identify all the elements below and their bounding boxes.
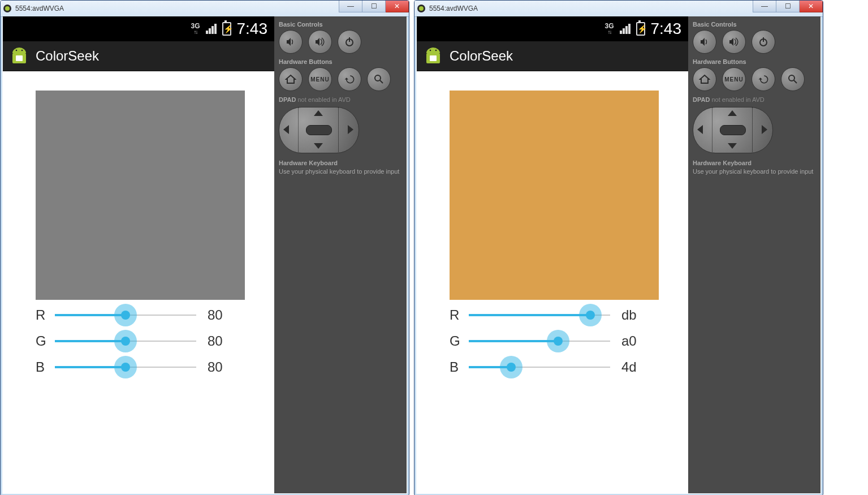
device-screen[interactable]: 3G ↑↓ ⚡ 7:43 <box>3 16 274 493</box>
search-button[interactable] <box>367 67 391 91</box>
volume-up-button[interactable] <box>308 30 332 54</box>
menu-button[interactable]: MENU <box>308 67 332 91</box>
power-button[interactable] <box>338 30 361 54</box>
network-icon: 3G ↑↓ <box>191 23 200 35</box>
hw-keyboard-label: Hardware Keyboard <box>693 160 752 166</box>
window-titlebar[interactable]: 5554:avdWVGA — ☐ ✕ <box>1 1 409 17</box>
dpad-right-button[interactable] <box>348 125 353 134</box>
emulator-app-icon <box>417 4 426 13</box>
svg-point-4 <box>21 50 23 51</box>
dpad-down-button[interactable] <box>728 143 737 149</box>
svg-line-9 <box>380 80 383 83</box>
slider-row-b: B 4d <box>450 354 671 380</box>
svg-rect-17 <box>763 37 764 42</box>
power-button[interactable] <box>752 30 775 54</box>
channel-value-g: a0 <box>621 333 650 349</box>
slider-row-r: R 80 <box>36 302 257 328</box>
slider-row-b: B 80 <box>36 354 257 380</box>
dpad-center-button[interactable] <box>306 125 332 135</box>
dpad-right-button[interactable] <box>762 125 767 134</box>
svg-point-8 <box>375 75 381 81</box>
channel-label-b: B <box>36 359 55 375</box>
slider-row-g: G a0 <box>450 328 671 354</box>
dpad-note: not enabled in AVD <box>297 96 350 103</box>
hardware-buttons-label: Hardware Buttons <box>279 58 402 65</box>
app-title: ColorSeek <box>450 48 513 64</box>
seekbar-b[interactable] <box>55 360 196 374</box>
seekbar-g[interactable] <box>469 334 610 348</box>
channel-value-r: db <box>621 307 650 323</box>
maximize-button[interactable]: ☐ <box>776 1 800 12</box>
color-preview <box>36 91 245 300</box>
signal-icon <box>206 24 217 34</box>
android-icon <box>425 46 442 66</box>
android-icon <box>11 46 28 66</box>
back-button[interactable] <box>338 67 361 91</box>
svg-point-18 <box>789 75 794 81</box>
dpad-down-button[interactable] <box>314 143 323 149</box>
hw-keyboard-section: Hardware Keyboard Use your physical keyb… <box>693 159 816 175</box>
emulator-app-icon <box>3 4 12 13</box>
channel-label-r: R <box>450 307 469 323</box>
hw-keyboard-note: Use your physical keyboard to provide in… <box>279 168 399 175</box>
seekbar-r[interactable] <box>55 308 196 322</box>
sliders-group: R db G a0 <box>450 302 671 380</box>
seekbar-g[interactable] <box>55 334 196 348</box>
battery-icon: ⚡ <box>636 22 645 36</box>
hw-keyboard-note: Use your physical keyboard to provide in… <box>693 168 813 175</box>
channel-value-g: 80 <box>208 333 236 349</box>
slider-row-g: G 80 <box>36 328 257 354</box>
sliders-group: R 80 G 80 <box>36 302 257 380</box>
hw-keyboard-label: Hardware Keyboard <box>279 160 338 166</box>
action-bar: ColorSeek <box>3 41 274 71</box>
dpad <box>693 107 772 152</box>
android-status-bar: 3G ↑↓ ⚡ 7:43 <box>3 16 274 41</box>
seekbar-r[interactable] <box>469 308 610 322</box>
signal-icon <box>620 24 631 34</box>
emulator-window: 5554:avdWVGA — ☐ ✕ 3G ↑↓ ⚡ 7:43 <box>414 0 823 495</box>
status-clock: 7:43 <box>651 20 682 38</box>
channel-value-b: 4d <box>621 359 650 375</box>
svg-point-11 <box>419 6 424 11</box>
minimize-button[interactable]: — <box>339 1 362 12</box>
dpad-note: not enabled in AVD <box>711 96 764 103</box>
slider-row-r: R db <box>450 302 671 328</box>
dpad-label-row: DPAD not enabled in AVD <box>279 96 402 104</box>
window-title: 5554:avdWVGA <box>429 5 478 12</box>
minimize-button[interactable]: — <box>753 1 776 12</box>
dpad-up-button[interactable] <box>314 110 323 116</box>
close-button[interactable]: ✕ <box>800 1 823 12</box>
channel-label-b: B <box>450 359 469 375</box>
hw-keyboard-section: Hardware Keyboard Use your physical keyb… <box>279 159 402 175</box>
maximize-button[interactable]: ☐ <box>362 1 386 12</box>
svg-rect-15 <box>430 55 437 61</box>
svg-point-14 <box>435 50 437 51</box>
svg-point-1 <box>5 6 10 11</box>
channel-label-g: G <box>450 333 469 349</box>
device-screen[interactable]: 3G ↑↓ ⚡ 7:43 <box>417 16 688 493</box>
svg-rect-7 <box>349 37 350 42</box>
window-titlebar[interactable]: 5554:avdWVGA — ☐ ✕ <box>414 1 823 17</box>
menu-button[interactable]: MENU <box>722 67 746 91</box>
dpad-center-button[interactable] <box>720 125 746 135</box>
close-button[interactable]: ✕ <box>386 1 409 12</box>
home-button[interactable] <box>693 67 716 91</box>
search-button[interactable] <box>781 67 805 91</box>
volume-down-button[interactable] <box>693 30 716 54</box>
back-button[interactable] <box>752 67 775 91</box>
channel-value-b: 80 <box>208 359 236 375</box>
dpad-up-button[interactable] <box>728 110 737 116</box>
android-status-bar: 3G ↑↓ ⚡ 7:43 <box>417 16 688 41</box>
dpad-label-row: DPAD not enabled in AVD <box>693 96 816 104</box>
action-bar: ColorSeek <box>417 41 688 71</box>
app-content: R 80 G 80 <box>3 71 274 493</box>
window-buttons: — ☐ ✕ <box>753 1 823 12</box>
volume-up-button[interactable] <box>722 30 746 54</box>
home-button[interactable] <box>279 67 303 91</box>
volume-down-button[interactable] <box>279 30 303 54</box>
dpad-left-button[interactable] <box>283 125 289 134</box>
svg-point-3 <box>16 50 18 51</box>
dpad-left-button[interactable] <box>697 125 703 134</box>
emulator-side-panel: Basic Controls Hardware Buttons MENU DPA… <box>274 16 407 493</box>
seekbar-b[interactable] <box>469 360 610 374</box>
